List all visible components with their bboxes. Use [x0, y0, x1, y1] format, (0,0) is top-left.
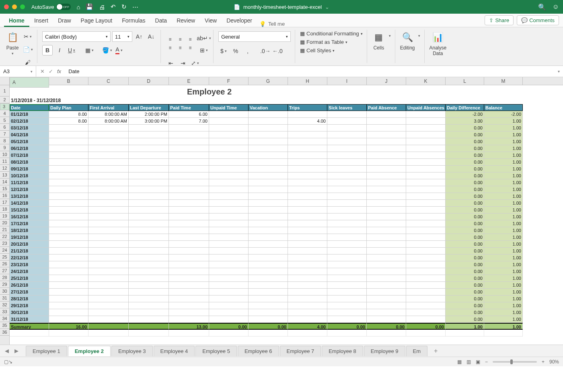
- cell[interactable]: [209, 207, 249, 213]
- cancel-icon[interactable]: ✕: [40, 68, 45, 74]
- cell[interactable]: [288, 131, 327, 138]
- cell[interactable]: [367, 172, 406, 179]
- cell[interactable]: 16/12/18: [10, 213, 49, 220]
- cell[interactable]: [367, 131, 406, 138]
- cell[interactable]: [367, 159, 406, 166]
- cell[interactable]: 24/12/18: [10, 268, 49, 275]
- row-header[interactable]: 26: [0, 261, 9, 267]
- cell[interactable]: [446, 330, 484, 337]
- cell[interactable]: [327, 316, 367, 323]
- cell[interactable]: [209, 118, 249, 125]
- cell[interactable]: [49, 186, 88, 193]
- cell[interactable]: [49, 200, 88, 207]
- cell[interactable]: 06/12/18: [10, 145, 49, 152]
- cell[interactable]: 0.00: [446, 145, 484, 152]
- cell[interactable]: 0.00: [446, 227, 484, 234]
- align-right-icon[interactable]: ≡: [186, 44, 195, 51]
- cell[interactable]: [49, 179, 88, 186]
- cell[interactable]: [169, 179, 209, 186]
- cell[interactable]: [288, 316, 327, 323]
- cell[interactable]: [249, 289, 288, 296]
- cell[interactable]: [209, 302, 249, 309]
- minimize-window-icon[interactable]: [12, 4, 17, 9]
- expand-formula-icon[interactable]: ▾: [555, 69, 563, 74]
- cell[interactable]: [169, 220, 209, 227]
- cell[interactable]: [249, 159, 288, 166]
- cell[interactable]: [288, 159, 327, 166]
- cell[interactable]: [288, 282, 327, 289]
- enter-icon[interactable]: ✓: [49, 68, 53, 74]
- cell[interactable]: [367, 248, 406, 254]
- cell[interactable]: Paid Time: [169, 104, 209, 111]
- cell[interactable]: [88, 138, 129, 145]
- row-header[interactable]: 12: [0, 165, 9, 172]
- cell[interactable]: [129, 145, 169, 152]
- column-header[interactable]: J: [367, 77, 406, 85]
- print-icon[interactable]: 🖨: [99, 4, 105, 10]
- column-header[interactable]: F: [209, 77, 249, 85]
- cell[interactable]: [288, 213, 327, 220]
- cell[interactable]: [406, 138, 446, 145]
- cell[interactable]: [406, 261, 446, 268]
- cell[interactable]: 0.00: [446, 138, 484, 145]
- cell[interactable]: 0.00: [446, 296, 484, 302]
- cell[interactable]: [209, 220, 249, 227]
- cell[interactable]: 8.00: [49, 118, 88, 125]
- cell[interactable]: [327, 125, 367, 131]
- ribbon-tab-developer[interactable]: Developer: [222, 14, 257, 27]
- cell[interactable]: Paid Absence: [367, 104, 406, 111]
- cell[interactable]: 0.00: [446, 186, 484, 193]
- cell[interactable]: [406, 275, 446, 282]
- cell[interactable]: [88, 159, 129, 166]
- cell[interactable]: 0.00: [446, 207, 484, 213]
- cell[interactable]: 29/12/18: [10, 302, 49, 309]
- font-color-button[interactable]: A: [114, 45, 124, 55]
- cell[interactable]: 01/12/18: [10, 111, 49, 118]
- save-icon[interactable]: 💾: [86, 3, 93, 10]
- cell[interactable]: [367, 241, 406, 248]
- cell[interactable]: [288, 179, 327, 186]
- cell[interactable]: [406, 118, 446, 125]
- cell[interactable]: [367, 179, 406, 186]
- cell[interactable]: [88, 227, 129, 234]
- row-header[interactable]: 14: [0, 179, 9, 185]
- ribbon-tab-review[interactable]: Review: [172, 14, 200, 27]
- cell[interactable]: 0.00: [446, 261, 484, 268]
- sheet-tab[interactable]: Employee 7: [280, 346, 321, 356]
- row-header[interactable]: 33: [0, 308, 9, 315]
- cell[interactable]: 0.00: [446, 309, 484, 316]
- cell[interactable]: [88, 248, 129, 254]
- cell[interactable]: [288, 227, 327, 234]
- cell[interactable]: 1.00: [484, 275, 523, 282]
- add-sheet-button[interactable]: +: [431, 347, 440, 355]
- row-header[interactable]: 35: [0, 322, 9, 329]
- row-header[interactable]: 2: [0, 96, 9, 103]
- cell[interactable]: [88, 207, 129, 213]
- cell[interactable]: 6.00: [169, 111, 209, 118]
- cell[interactable]: [129, 234, 169, 241]
- sheet-tab[interactable]: Employee 5: [195, 346, 237, 356]
- row-header[interactable]: 20: [0, 220, 9, 226]
- cell[interactable]: [49, 227, 88, 234]
- cell-styles-button[interactable]: ▦Cell Styles▾: [300, 47, 363, 53]
- cell[interactable]: 1.00: [484, 172, 523, 179]
- cell[interactable]: 13/12/18: [10, 193, 49, 200]
- cell[interactable]: [367, 193, 406, 200]
- cell[interactable]: [367, 296, 406, 302]
- cell[interactable]: [367, 309, 406, 316]
- more-icon[interactable]: ⋯: [132, 3, 138, 10]
- cell[interactable]: [209, 111, 249, 118]
- cell[interactable]: Trips: [288, 104, 327, 111]
- cell[interactable]: [367, 138, 406, 145]
- cell[interactable]: 14/12/18: [10, 200, 49, 207]
- cell[interactable]: [288, 152, 327, 159]
- cell[interactable]: [169, 309, 209, 316]
- cell[interactable]: [249, 302, 288, 309]
- cell[interactable]: [288, 186, 327, 193]
- autosave-toggle[interactable]: AutoSave OFF: [31, 4, 71, 10]
- cell[interactable]: [88, 323, 129, 330]
- column-header[interactable]: D: [129, 77, 169, 85]
- zoom-out-button[interactable]: −: [485, 359, 488, 365]
- cell[interactable]: [327, 330, 367, 337]
- cell[interactable]: [209, 254, 249, 261]
